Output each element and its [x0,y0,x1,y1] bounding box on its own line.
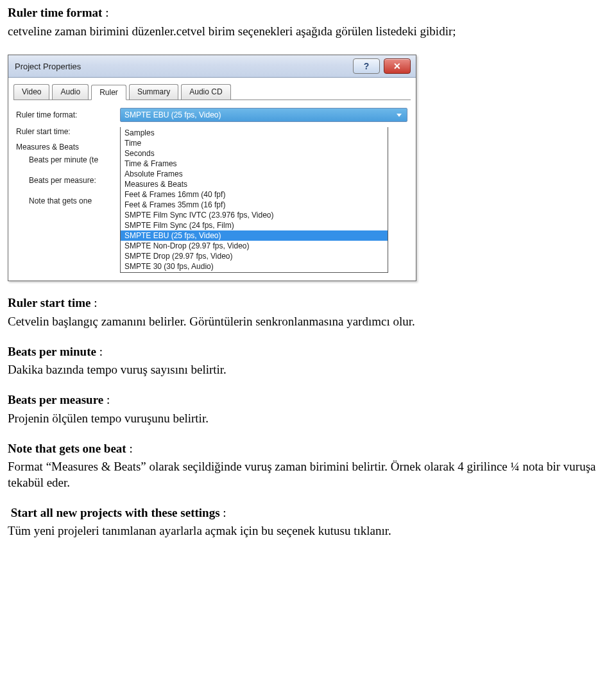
label-ruler-start-time-doc: Ruler start time [8,296,90,309]
option-time-frames[interactable]: Time & Frames [121,159,388,169]
ruler-time-format-dropdown[interactable]: Samples Time Seconds Time & Frames Absol… [120,127,388,273]
doc-para-4-text: Projenin ölçülen tempo vuruşunu belirtir… [8,411,608,427]
option-smpte-30[interactable]: SMPTE 30 (30 fps, Audio) [121,261,388,272]
chevron-down-icon [394,110,404,120]
option-ff-35mm[interactable]: Feet & Frames 35mm (16 fpf) [121,200,388,210]
doc-para-3: Beats per minute : [8,344,608,360]
dialog-title: Project Properties [15,62,81,71]
doc-para-5-text: Format “Measures & Beats” olarak seçildi… [8,459,608,490]
dialog-titlebar: Project Properties ? ✕ [8,55,416,78]
label-bpm: Beats per minute (te [16,155,120,164]
tab-audio[interactable]: Audio [52,84,89,100]
project-properties-dialog: Project Properties ? ✕ Video Audio Ruler… [8,55,416,281]
form-area: Ruler time format: SMPTE EBU (25 fps, Vi… [8,100,416,278]
label-note-one-beat: Note that gets one [16,196,120,205]
help-button[interactable]: ? [353,58,380,74]
doc-para-6: Start all new projects with these settin… [8,505,608,521]
label-note-one-beat-doc: Note that gets one beat [8,442,126,455]
label-measures-beats: Measures & Beats [16,143,120,152]
tab-video[interactable]: Video [13,84,49,100]
titlebar-buttons: ? ✕ [353,58,411,74]
help-icon: ? [364,61,370,71]
tab-audiocd[interactable]: Audio CD [181,84,230,100]
doc-para-2: Ruler start time : [8,295,608,311]
doc-para-5: Note that gets one beat : [8,441,608,457]
option-smpte-drop[interactable]: SMPTE Drop (29.97 fps, Video) [121,251,388,261]
option-ff-16mm[interactable]: Feet & Frames 16mm (40 fpf) [121,189,388,200]
option-smpte-ebu[interactable]: SMPTE EBU (25 fps, Video) [121,230,388,241]
close-icon: ✕ [393,61,401,71]
label-ruler-time-format-field: Ruler time format: [16,110,120,119]
label-bpm-doc: Beats per minute [8,345,96,358]
tab-summary[interactable]: Summary [129,84,178,100]
label-bpmeasure-doc: Beats per measure [8,393,103,406]
doc-para-6-text: Tüm yeni projeleri tanımlanan ayarlarla … [8,523,608,539]
combo-selected-value: SMPTE EBU (25 fps, Video) [124,110,221,119]
dialog-screenshot: Project Properties ? ✕ Video Audio Ruler… [8,55,608,281]
option-time[interactable]: Time [121,138,388,148]
option-smpte-24[interactable]: SMPTE Film Sync (24 fps, Film) [121,220,388,230]
close-button[interactable]: ✕ [384,58,411,74]
label-ruler-start-time: Ruler start time: [16,127,120,136]
tab-ruler[interactable]: Ruler [91,85,126,100]
doc-para-4: Beats per measure : [8,392,608,408]
option-smpte-ivtc[interactable]: SMPTE Film Sync IVTC (23.976 fps, Video) [121,210,388,220]
doc-para-3-text: Dakika bazında tempo vuruş sayısını beli… [8,362,608,378]
label-bpmeasure: Beats per measure: [16,176,120,185]
option-absolute-frames[interactable]: Absolute Frames [121,169,388,179]
tab-row: Video Audio Ruler Summary Audio CD [8,84,416,100]
option-measures-beats[interactable]: Measures & Beats [121,179,388,189]
doc-para-1: Ruler time format : [8,5,608,21]
option-samples[interactable]: Samples [121,128,388,138]
label-ruler-time-format: Ruler time format [8,6,102,19]
option-seconds[interactable]: Seconds [121,148,388,159]
doc-para-2-text: Cetvelin başlangıç zamanını belirler. Gö… [8,314,608,330]
label-start-all-new-projects: Start all new projects with these settin… [11,506,220,519]
doc-para-1-text: cetveline zaman birimini düzenler.cetvel… [8,24,608,40]
ruler-time-format-combo[interactable]: SMPTE EBU (25 fps, Video) [120,108,407,122]
option-smpte-nondrop[interactable]: SMPTE Non-Drop (29.97 fps, Video) [121,241,388,251]
